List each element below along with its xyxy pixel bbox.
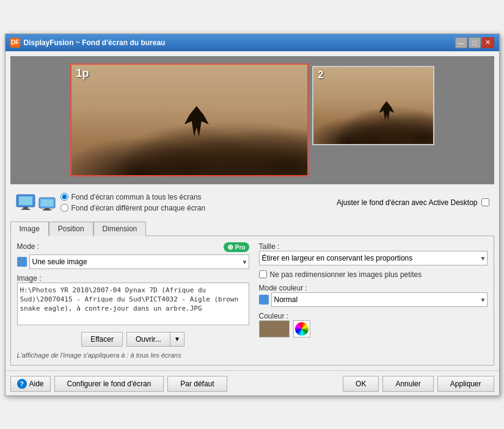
bird-silhouette xyxy=(184,106,209,137)
couverture-section: Fond d'écran commun à tous les écrans Fo… xyxy=(10,189,494,216)
no-resize-row: Ne pas redimensionner les images plus pe… xyxy=(259,270,488,279)
active-desktop-label: Ajuster le fond d'écran avec Active Desk… xyxy=(337,198,477,207)
taille-select[interactable]: Étirer en largeur en conservant les prop… xyxy=(259,251,488,265)
appliquer-button[interactable]: Appliquer xyxy=(437,376,494,392)
radio-common[interactable]: Fond d'écran commun à tous les écrans xyxy=(60,193,206,201)
mode-couleur-icon xyxy=(259,295,269,305)
mode-couleur-field-group: Mode couleur : Normal ▼ xyxy=(259,284,488,307)
bird-silhouette-2 xyxy=(379,101,394,121)
configurer-button[interactable]: Configurer le fond d'écran xyxy=(54,376,164,392)
apply-info: L'affichage de l'image s'appliquera à : … xyxy=(17,351,249,359)
annuler-button[interactable]: Annuler xyxy=(382,376,433,392)
active-desktop-row: Ajuster le fond d'écran avec Active Desk… xyxy=(337,198,489,207)
monitor-2-bg xyxy=(313,67,433,144)
no-resize-checkbox[interactable] xyxy=(259,270,267,278)
help-icon: ? xyxy=(17,379,27,389)
maximize-button[interactable]: □ xyxy=(469,37,481,48)
monitor-icon-1 xyxy=(15,193,36,212)
taille-field-group: Taille : Étirer en largeur en conservant… xyxy=(259,242,488,265)
svg-rect-7 xyxy=(43,209,51,211)
monitor-icons xyxy=(15,193,56,212)
color-wheel-icon xyxy=(295,322,309,336)
ouvrir-group: Ouvrir... ▼ xyxy=(126,332,184,347)
window-title: DisplayFusion ~ Fond d'écran du bureau xyxy=(24,38,166,47)
title-bar: DF DisplayFusion ~ Fond d'écran du burea… xyxy=(5,34,499,51)
svg-rect-3 xyxy=(21,209,30,210)
tabs-bar: Image Position Dimension xyxy=(10,221,494,236)
monitor-2-label: 2 xyxy=(318,70,324,81)
effacer-button[interactable]: Effacer xyxy=(81,332,123,347)
radio-different-input[interactable] xyxy=(60,204,68,212)
monitor-1-bg xyxy=(71,65,307,175)
radio-common-label: Fond d'écran commun à tous les écrans xyxy=(71,193,202,201)
color-picker-button[interactable] xyxy=(293,320,310,337)
tabs-container: Image Position Dimension Mode : Pro xyxy=(10,221,494,366)
main-window: DF DisplayFusion ~ Fond d'écran du burea… xyxy=(5,34,500,396)
taille-select-wrapper: Étirer en largeur en conservant les prop… xyxy=(259,251,488,265)
mode-icon xyxy=(17,257,27,267)
couleur-label: Couleur : xyxy=(259,312,289,320)
couverture-row: Fond d'écran commun à tous les écrans Fo… xyxy=(10,189,494,216)
active-desktop-checkbox[interactable] xyxy=(481,198,489,206)
monitor-2-preview: 2 xyxy=(312,66,434,145)
tab-dimension[interactable]: Dimension xyxy=(93,222,147,236)
button-row: Effacer Ouvrir... ▼ xyxy=(17,332,249,347)
radio-group: Fond d'écran commun à tous les écrans Fo… xyxy=(60,193,206,212)
mode-select[interactable]: Une seule image xyxy=(29,254,249,269)
monitor-1-label: 1p xyxy=(76,67,89,80)
minimize-button[interactable]: — xyxy=(455,37,467,48)
close-button[interactable]: ✕ xyxy=(482,37,494,48)
mode-select-row: Une seule image ▼ xyxy=(17,254,249,269)
couleur-field-group: Couleur : xyxy=(259,312,488,337)
color-section xyxy=(259,320,488,337)
image-label: Image : xyxy=(17,274,42,283)
mode-row: Mode : Pro xyxy=(17,242,249,253)
window-body: 1p 2 xyxy=(5,51,499,370)
svg-rect-5 xyxy=(41,200,53,206)
taille-label: Taille : xyxy=(259,242,280,251)
tab-right: Taille : Étirer en largeur en conservant… xyxy=(259,242,488,359)
mode-label: Mode : xyxy=(17,242,40,251)
image-path-textarea[interactable] xyxy=(17,283,249,325)
app-icon: DF xyxy=(10,38,20,48)
aide-button[interactable]: ? Aide xyxy=(10,376,51,392)
svg-rect-1 xyxy=(19,196,32,205)
tab-left: Mode : Pro Une seule image ▼ xyxy=(17,242,249,359)
ok-button[interactable]: OK xyxy=(343,376,379,392)
image-field-group: Image : xyxy=(17,274,249,327)
mode-couleur-select[interactable]: Normal xyxy=(271,292,488,307)
monitor-1-preview: 1p xyxy=(70,63,309,176)
title-bar-left: DF DisplayFusion ~ Fond d'écran du burea… xyxy=(10,38,166,48)
tab-image[interactable]: Image xyxy=(10,222,49,236)
monitor-icon-2 xyxy=(38,197,56,212)
svg-rect-2 xyxy=(23,207,28,209)
radio-different[interactable]: Fond d'écran différent pour chaque écran xyxy=(60,204,206,212)
title-controls: — □ ✕ xyxy=(455,37,494,48)
tabs-content: Mode : Pro Une seule image ▼ xyxy=(10,236,494,366)
no-resize-label: Ne pas redimensionner les images plus pe… xyxy=(270,270,422,279)
mode-field-group: Mode : Pro Une seule image ▼ xyxy=(17,242,249,269)
tab-position[interactable]: Position xyxy=(49,222,93,236)
pro-badge: Pro xyxy=(224,242,249,252)
mode-select-wrapper: Une seule image ▼ xyxy=(29,254,249,269)
tab-inner: Mode : Pro Une seule image ▼ xyxy=(17,242,488,359)
mode-couleur-select-wrapper: Normal ▼ xyxy=(271,292,488,307)
color-swatch[interactable] xyxy=(259,320,290,337)
mode-couleur-select-row: Normal ▼ xyxy=(259,292,488,307)
bottom-bar: ? Aide Configurer le fond d'écran Par dé… xyxy=(5,370,499,395)
ouvrir-button[interactable]: Ouvrir... xyxy=(126,332,170,347)
radio-different-label: Fond d'écran différent pour chaque écran xyxy=(71,204,206,212)
ouvrir-dropdown-button[interactable]: ▼ xyxy=(170,332,184,347)
defaut-button[interactable]: Par défaut xyxy=(167,376,227,392)
preview-area: 1p 2 xyxy=(10,56,494,184)
mode-couleur-label: Mode couleur : xyxy=(259,284,307,292)
radio-common-input[interactable] xyxy=(60,193,68,201)
